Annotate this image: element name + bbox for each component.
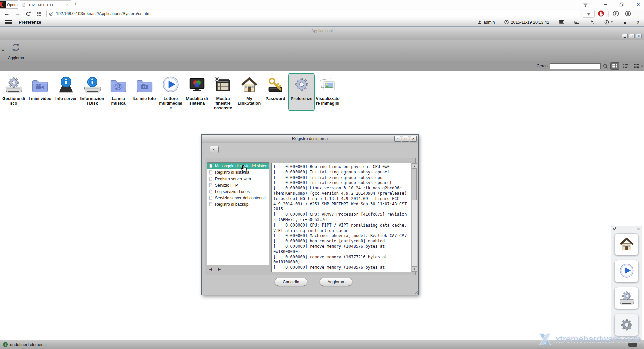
search-input[interactable] (550, 63, 601, 69)
cancel-button[interactable]: Cancella (275, 278, 307, 286)
applications-toolbar: « Aggiorna (0, 40, 644, 61)
app-item-monitor-color[interactable]: Modalità di sistema (184, 73, 210, 111)
scroll-up-icon[interactable]: ▲ (412, 163, 417, 169)
app-label: Informazioni Disk (80, 96, 105, 106)
log-type-item[interactable]: Servizio FTP (207, 182, 269, 188)
tab-close-icon[interactable]: × (66, 2, 69, 7)
refresh-tool-button[interactable]: Aggiorna (5, 41, 27, 60)
help-icon[interactable]: ? (636, 20, 639, 25)
tab-favicon-icon (22, 3, 26, 7)
downloads-icon[interactable] (612, 10, 619, 17)
dialog-title: Registro di sistema (202, 136, 418, 141)
app-item-folder-photo[interactable]: Le mie foto (131, 73, 158, 111)
speed-dial-icon[interactable] (36, 9, 42, 18)
log-scrollbar[interactable]: ▲ ▼ (411, 163, 417, 272)
log-type-item[interactable]: Registro di backup (207, 201, 269, 207)
app-item-folder-video[interactable]: I miei video (27, 73, 53, 111)
info-dropdown[interactable]: ▼ (604, 20, 613, 25)
app-item-gear-big[interactable]: Preferenze (288, 73, 315, 111)
display-settings-icon[interactable] (559, 19, 565, 25)
dock-home-button[interactable] (614, 233, 639, 255)
clock-display: 2015-11-19 20:13:42 (504, 20, 549, 25)
dialog-titlebar[interactable]: Registro di sistema − □ × (202, 135, 418, 143)
browser-menu-icon[interactable] (582, 0, 589, 9)
app-item-info-black[interactable]: Info server (53, 73, 79, 111)
view-detail-button[interactable] (632, 62, 641, 70)
collapse-right-icon[interactable]: » (641, 63, 643, 69)
disk-info-icon (83, 75, 102, 95)
app-item-photos[interactable]: Visualizzatore immagini (315, 73, 341, 111)
bookmark-button[interactable]: ♥ (583, 10, 595, 18)
document-icon (209, 195, 213, 200)
scroll-down-icon[interactable]: ▼ (412, 266, 417, 272)
back-icon[interactable]: ← (4, 9, 10, 18)
dock-media-player-button[interactable] (614, 260, 639, 282)
new-tab-button[interactable]: + (74, 1, 77, 7)
opera-menu-button[interactable]: Opera (0, 0, 18, 9)
log-type-item[interactable]: Registro di sistema (207, 169, 269, 176)
logged-user[interactable]: admin (477, 20, 495, 25)
resize-grip[interactable] (413, 289, 418, 294)
dock-disk-manager-button[interactable] (614, 287, 639, 309)
app-minimize-icon[interactable]: ▁ (622, 34, 628, 38)
gear-big-icon (292, 75, 311, 95)
search-label: Cerca (537, 64, 548, 68)
document-icon (209, 163, 213, 168)
pager-next-icon[interactable]: ► (217, 267, 222, 272)
dock-undo-icon[interactable] (613, 227, 618, 231)
reload-icon[interactable] (25, 9, 31, 18)
app-item-play-circle[interactable]: Lettore multimediale (158, 73, 184, 111)
collapse-left-icon[interactable]: « (1, 46, 4, 52)
window-restore-icon[interactable] (619, 0, 624, 9)
window-close-icon[interactable]: × (637, 0, 640, 9)
log-type-label: Registro di backup (215, 202, 248, 207)
log-type-item[interactable]: Log servizio iTunes (207, 188, 269, 195)
drive-icon[interactable] (574, 19, 580, 25)
app-item-windows-hidden[interactable]: Mostra finestre nascoste (210, 73, 236, 111)
log-type-item[interactable]: Registro server web (207, 176, 269, 182)
forward-icon[interactable]: → (15, 9, 20, 18)
info-icon (604, 20, 609, 25)
log-type-item[interactable]: Servizio server dei contenuti (207, 195, 269, 201)
app-item-key-drive[interactable]: Password (262, 73, 288, 111)
log-type-item[interactable]: Messaggio di avvio del sistema (207, 163, 269, 169)
profile-icon[interactable] (625, 10, 631, 17)
app-item-disk-info[interactable]: Informazioni Disk (79, 73, 105, 111)
window-minimize-icon[interactable]: − (604, 0, 607, 9)
adblock-icon[interactable] (598, 10, 605, 17)
dock-collapse-icon[interactable] (637, 227, 640, 231)
nas-menu-icon[interactable] (5, 20, 12, 24)
app-item-house[interactable]: My LinkStation (236, 73, 262, 111)
eject-icon[interactable]: ▲ (623, 20, 627, 25)
datetime-text: 2015-11-19 20:13:42 (511, 20, 549, 25)
scroll-thumb[interactable] (412, 169, 417, 200)
view-list-button[interactable] (621, 62, 630, 70)
app-label: My LinkStation (237, 96, 262, 106)
pager-prev-icon[interactable]: ◄ (208, 267, 213, 272)
browser-tab[interactable]: 192.168.0.103 × (19, 0, 71, 9)
log-type-label: Registro server web (215, 177, 251, 181)
app-close-icon[interactable]: × (636, 34, 642, 38)
app-label: Preferenze (289, 96, 314, 101)
refresh-icon (10, 41, 22, 54)
key-drive-icon (266, 75, 285, 95)
site-badge-icon[interactable] (49, 11, 54, 16)
app-item-disk-gear[interactable]: Gestione di sco (1, 73, 27, 111)
app-item-folder-music[interactable]: La mia musica (105, 73, 131, 111)
dialog-back-button[interactable]: < (210, 146, 219, 153)
view-grid-button[interactable] (610, 62, 619, 70)
info-black-icon (56, 75, 76, 95)
clock-icon (504, 20, 509, 25)
dialog-close-icon[interactable]: × (410, 136, 417, 142)
app-label: Password (263, 96, 288, 101)
document-icon (209, 189, 213, 194)
app-maximize-icon[interactable]: □ (629, 34, 635, 38)
chevron-down-icon: ▼ (611, 21, 613, 24)
download-tray-icon[interactable] (589, 19, 595, 25)
dialog-minimize-icon[interactable]: − (394, 136, 401, 142)
dialog-maximize-icon[interactable]: □ (402, 136, 409, 142)
search-icon[interactable] (603, 63, 608, 69)
url-field[interactable]: 192.168.0.103/rtknas2/Applications/Syste… (46, 10, 580, 17)
applications-title: Applicazioni (0, 29, 644, 33)
refresh-button[interactable]: Aggiorna (320, 278, 352, 286)
